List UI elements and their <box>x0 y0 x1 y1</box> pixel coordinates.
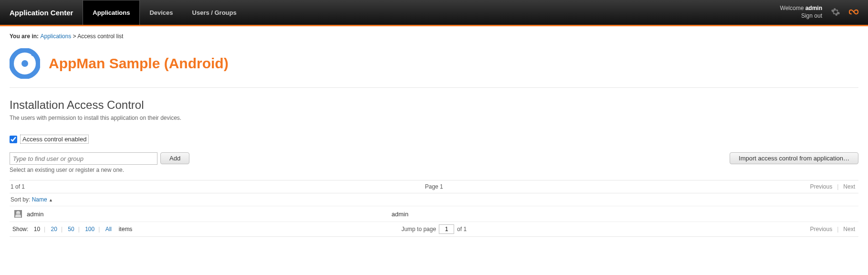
user-avatar-icon <box>14 210 22 218</box>
show-opt-all[interactable]: All <box>104 226 114 233</box>
main-content: You are in: Applications > Access contro… <box>0 26 868 256</box>
next-link-top[interactable]: Next <box>841 183 858 190</box>
section-desc: The users with permission to install thi… <box>10 115 858 121</box>
signout-link[interactable]: Sign out <box>780 12 822 20</box>
app-logo-icon <box>10 48 40 79</box>
prev-link-top[interactable]: Previous <box>808 183 835 190</box>
jump-label: Jump to page <box>401 226 436 233</box>
infinity-icon[interactable] <box>849 6 858 20</box>
show-opt-100[interactable]: 100 <box>83 226 96 233</box>
list-footer-bar: Show: 10| 20| 50| 100| All items Jump to… <box>10 222 858 237</box>
add-user-row: Add Import access control from applicati… <box>10 152 858 165</box>
gear-icon[interactable] <box>831 7 840 18</box>
pager-top: Previous|Next <box>808 183 858 190</box>
breadcrumb-current: Access control list <box>77 33 123 40</box>
access-control-checkbox-row: Access control enabled <box>10 135 858 144</box>
divider <box>10 87 858 88</box>
jump-suffix: of 1 <box>457 226 467 233</box>
sort-row: Sort by: Name ▲ <box>10 193 858 206</box>
nav-tabs: Applications Devices Users / Groups <box>83 0 246 25</box>
row-name: admin <box>27 211 43 218</box>
show-label: Show: <box>10 226 30 233</box>
show-opt-50[interactable]: 50 <box>66 226 76 233</box>
topbar-right: Welcome admin Sign out <box>780 0 858 25</box>
sort-field-link[interactable]: Name <box>32 196 47 203</box>
top-navbar: Application Center Applications Devices … <box>0 0 868 26</box>
show-options: Show: 10| 20| 50| 100| All items <box>10 226 134 233</box>
breadcrumb-prefix: You are in: <box>10 33 40 40</box>
list-header-bar: 1 of 1 Page 1 Previous|Next <box>10 180 858 193</box>
username: admin <box>805 5 822 11</box>
table-row[interactable]: admin admin <box>10 206 858 222</box>
breadcrumb-sep: > <box>71 33 77 40</box>
tab-users-groups[interactable]: Users / Groups <box>183 0 246 25</box>
sort-label: Sort by: <box>10 196 32 203</box>
section-title: Installation Access Control <box>10 98 858 112</box>
breadcrumb: You are in: Applications > Access contro… <box>10 30 858 48</box>
welcome-prefix: Welcome <box>780 5 805 11</box>
search-helper-text: Select an existing user or register a ne… <box>10 167 858 173</box>
app-header: AppMan Sample (Android) <box>10 48 858 79</box>
show-opt-10: 10 <box>32 226 42 233</box>
prev-link-bottom[interactable]: Previous <box>808 226 835 233</box>
svg-point-2 <box>31 52 36 56</box>
app-title: AppMan Sample (Android) <box>49 55 229 72</box>
count-text: 1 of 1 <box>10 183 25 190</box>
tab-devices[interactable]: Devices <box>140 0 182 25</box>
sort-arrow-icon: ▲ <box>49 198 53 202</box>
next-link-bottom[interactable]: Next <box>841 226 858 233</box>
page-indicator: Page 1 <box>425 183 443 190</box>
show-suffix: items <box>117 226 135 233</box>
pager-bottom: Previous|Next <box>808 226 858 233</box>
user-search-input[interactable] <box>10 152 157 165</box>
add-button[interactable]: Add <box>160 152 189 164</box>
tab-applications[interactable]: Applications <box>83 0 140 25</box>
access-control-label[interactable]: Access control enabled <box>20 135 89 144</box>
jump-to-page: Jump to page of 1 <box>401 224 467 234</box>
access-control-checkbox[interactable] <box>10 136 17 143</box>
welcome-block: Welcome admin Sign out <box>780 5 822 20</box>
show-opt-20[interactable]: 20 <box>49 226 59 233</box>
jump-page-input[interactable] <box>439 224 454 234</box>
svg-point-1 <box>21 60 28 67</box>
breadcrumb-applications-link[interactable]: Applications <box>40 33 71 40</box>
brand-title: Application Center <box>10 0 73 25</box>
row-login: admin <box>392 211 408 218</box>
import-access-button[interactable]: Import access control from application… <box>730 152 858 164</box>
